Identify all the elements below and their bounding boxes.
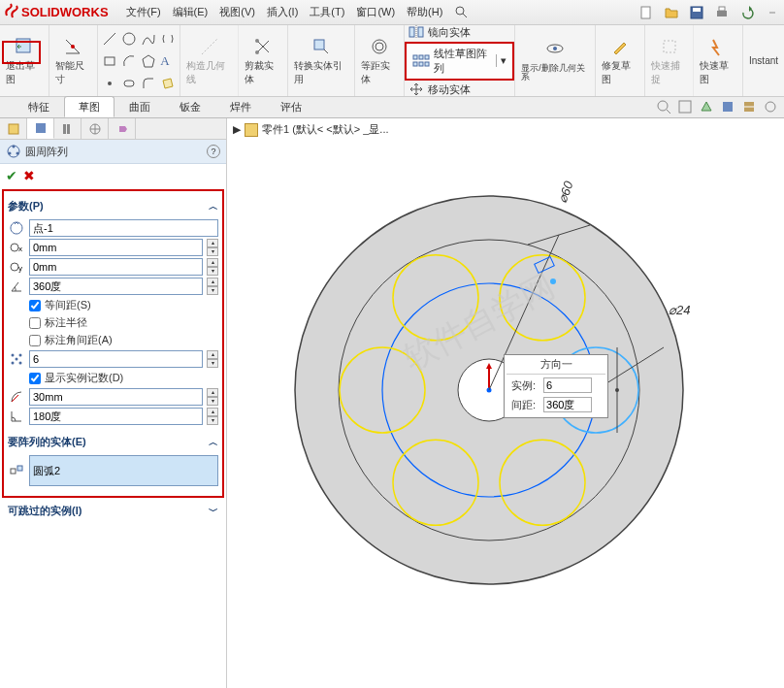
help-icon[interactable]: ? (207, 145, 220, 158)
show-relations-button[interactable]: 显示/删除几何关系 (515, 25, 596, 96)
skippable-header[interactable]: 可跳过的实例(I) ﹀ (0, 500, 226, 522)
line-icon[interactable] (102, 31, 117, 47)
rapid-sketch-button[interactable]: 快速草图 (694, 25, 743, 96)
point-icon[interactable] (102, 76, 117, 91)
menu-help[interactable]: 帮助(H) (407, 5, 442, 20)
arc-icon[interactable] (121, 53, 137, 69)
new-icon[interactable] (638, 5, 654, 20)
svg-rect-35 (679, 101, 691, 113)
spinner[interactable]: ▴▾ (207, 350, 218, 368)
undo-icon[interactable] (739, 5, 755, 20)
tab-features[interactable]: 特征 (14, 96, 64, 117)
params-header[interactable]: 参数(P) ︿ (8, 195, 218, 217)
spinner[interactable]: ▴▾ (207, 388, 218, 406)
equal-spacing-checkbox[interactable] (29, 300, 41, 311)
polygon-icon[interactable] (141, 53, 156, 69)
graphics-area[interactable]: ▶ 零件1 (默认< <默认> _显... (227, 118, 784, 688)
app-logo: SOLIDWORKS (4, 3, 109, 21)
tab-surface[interactable]: 曲面 (114, 96, 165, 117)
svg-point-31 (553, 47, 557, 50)
svg-point-49 (16, 152, 19, 155)
instant-button[interactable]: Instant (743, 25, 784, 96)
exit-sketch-button[interactable]: 退出草图 (0, 25, 49, 96)
spinner[interactable]: ▴▾ (207, 258, 218, 276)
expand-icon[interactable]: ﹀ (209, 505, 218, 518)
menu-search-icon[interactable] (454, 5, 468, 20)
tab-sketch[interactable]: 草图 (64, 96, 114, 117)
spinner[interactable]: ▴▾ (207, 278, 218, 295)
entities-header[interactable]: 要阵列的实体(E) ︿ (8, 431, 218, 453)
redo-icon[interactable] (765, 5, 780, 20)
slot-icon[interactable] (121, 76, 137, 91)
linear-pattern-button[interactable]: 线性草图阵列 ▾ (405, 42, 515, 81)
collapse-icon[interactable]: ︿ (209, 436, 218, 449)
circle-icon[interactable] (121, 31, 137, 47)
menu-file[interactable]: 文件(F) (126, 5, 161, 20)
display-style-icon[interactable] (720, 99, 735, 117)
show-instance-count-checkbox[interactable] (29, 373, 41, 384)
direction-callout[interactable]: 方向一 实例: 间距: (504, 354, 608, 418)
panel-tab-feature-tree[interactable] (0, 118, 27, 139)
callout-instance-label: 实例: (508, 377, 539, 394)
panel-tab-property-mgr[interactable] (27, 118, 54, 139)
radius-field[interactable] (29, 388, 203, 406)
cancel-button[interactable]: ✖ (23, 168, 35, 183)
offset-button[interactable]: 等距实体 (355, 25, 405, 96)
construction-geometry-button[interactable]: 构造几何线 (180, 25, 239, 96)
dim-angle-spacing-checkbox[interactable] (29, 335, 41, 346)
menu-insert[interactable]: 插入(I) (267, 5, 298, 20)
plane-icon[interactable] (160, 76, 176, 91)
sketch-drawing: 软件自学网 (276, 177, 702, 604)
tab-weldment[interactable]: 焊件 (215, 96, 266, 117)
repair-sketch-button[interactable]: 修复草图 (596, 25, 645, 96)
panel-tab-dimxpert[interactable] (82, 118, 109, 139)
svg-rect-24 (413, 55, 417, 59)
spinner[interactable]: ▴▾ (207, 239, 218, 256)
menu-edit[interactable]: 编辑(E) (173, 5, 209, 20)
mirror-button[interactable]: 镜向实体 (405, 23, 515, 42)
section-view-icon[interactable] (741, 99, 757, 117)
menu-tools[interactable]: 工具(T) (310, 5, 344, 20)
tab-evaluate[interactable]: 评估 (266, 96, 316, 117)
callout-spacing-input[interactable] (543, 397, 592, 412)
ok-button[interactable]: ✔ (6, 168, 17, 183)
menu-window[interactable]: 窗口(W) (356, 5, 395, 20)
view-orient-icon[interactable] (699, 99, 714, 117)
arc-angle-field[interactable] (29, 408, 203, 425)
text-icon[interactable]: A (160, 53, 176, 69)
zoom-area-icon[interactable] (677, 99, 693, 117)
fillet-icon[interactable] (141, 76, 156, 91)
panel-tab-display[interactable] (109, 118, 136, 139)
spline-icon[interactable] (141, 31, 156, 47)
callout-instance-input[interactable] (543, 377, 592, 393)
smart-dimension-button[interactable]: 智能尺寸 (49, 25, 99, 96)
dropdown-icon[interactable]: ▾ (496, 54, 506, 67)
collapse-icon[interactable]: ︿ (209, 200, 218, 213)
svg-rect-6 (719, 7, 725, 11)
instance-count-field[interactable] (29, 350, 203, 368)
center-x-field[interactable] (29, 239, 203, 256)
spinner[interactable]: ▴▾ (207, 408, 218, 425)
menu-view[interactable]: 视图(V) (219, 5, 255, 20)
save-icon[interactable] (689, 5, 704, 20)
rect-icon[interactable] (102, 53, 117, 69)
convert-button[interactable]: 转换实体引用 (288, 25, 355, 96)
center-y-field[interactable] (29, 258, 203, 276)
ellipse-slot-icon[interactable] (160, 31, 176, 47)
trim-button[interactable]: 剪裁实体 (239, 25, 288, 96)
dim-radius-checkbox[interactable] (29, 317, 41, 329)
total-angle-field[interactable] (29, 278, 203, 295)
feature-title-bar: 圆周阵列 ? (0, 140, 226, 164)
hide-show-icon[interactable] (763, 99, 778, 117)
entity-field[interactable] (29, 455, 218, 486)
open-icon[interactable] (664, 5, 679, 20)
svg-rect-61 (11, 469, 16, 474)
zoom-fit-icon[interactable] (656, 99, 671, 117)
center-point-field[interactable] (29, 219, 218, 237)
breadcrumb[interactable]: ▶ 零件1 (默认< <默认> _显... (233, 122, 389, 137)
quick-snap-button[interactable]: 快速捕捉 (645, 25, 695, 96)
panel-tab-config[interactable] (54, 118, 82, 139)
move-button[interactable]: 移动实体 (405, 81, 515, 99)
tab-sheetmetal[interactable]: 钣金 (165, 96, 215, 117)
print-icon[interactable] (714, 5, 730, 20)
